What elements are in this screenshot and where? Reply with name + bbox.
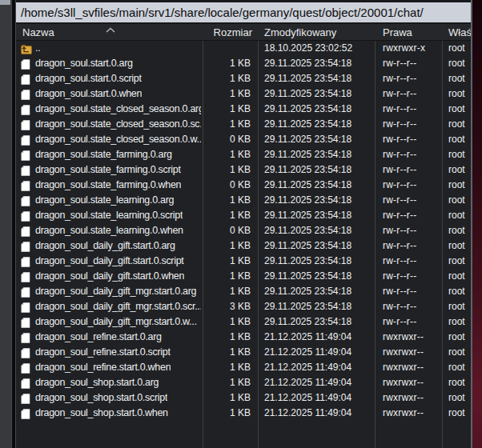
file-row[interactable]: dragon_soul.state_farming.0.when 0 KB 29… — [16, 178, 471, 193]
file-row[interactable]: dragon_soul.state_closed_season.0.w... 0… — [16, 132, 471, 147]
file-modified: 18.10.2025 23:02:52 — [264, 41, 352, 56]
file-perms: rw-r--r-- — [383, 162, 416, 178]
left-panel-toolbar-fragment — [0, 0, 10, 5]
file-icon — [21, 58, 32, 69]
file-perms: rw-r--r-- — [383, 254, 416, 269]
file-modified: 29.11.2025 23:54:18 — [264, 71, 351, 86]
file-row[interactable]: dragon_soul_daily_gift_mgr.start.0.scr..… — [16, 299, 471, 314]
file-row[interactable]: dragon_soul.start.0.script 1 KB 29.11.20… — [16, 71, 471, 86]
file-owner: root — [448, 238, 465, 254]
file-name: dragon_soul_daily_gift_mgr.start.0.w... — [35, 314, 197, 330]
file-row[interactable]: dragon_soul.state_farming.0.arg 1 KB 29.… — [16, 147, 471, 162]
file-size: 1 KB — [203, 269, 251, 284]
file-icon — [21, 104, 32, 114]
file-size: 1 KB — [203, 390, 251, 406]
file-modified: 21.12.2025 11:49:04 — [264, 330, 351, 345]
file-row[interactable]: dragon_soul_shop.start.0.script 1 KB 21.… — [16, 390, 471, 406]
file-modified: 29.11.2025 23:54:18 — [264, 178, 351, 193]
file-perms: rwxrwxr-- — [383, 360, 424, 375]
file-row[interactable]: dragon_soul.state_closed_season.0.sc... … — [16, 117, 471, 132]
file-icon — [21, 302, 32, 312]
file-icon — [21, 150, 32, 160]
up-folder-icon — [21, 43, 32, 54]
file-name: dragon_soul.state_closed_season.0.w... — [35, 132, 201, 147]
file-modified: 29.11.2025 23:54:18 — [264, 147, 351, 162]
file-modified: 21.12.2025 11:49:04 — [264, 345, 351, 360]
file-size: 1 KB — [203, 375, 251, 390]
file-row[interactable]: dragon_soul_daily_gift.start.0.arg 1 KB … — [16, 238, 471, 254]
file-size: 1 KB — [203, 406, 251, 421]
file-size: 1 KB — [203, 102, 251, 117]
file-row[interactable]: dragon_soul_daily_gift_mgr.start.0.arg 1… — [16, 284, 471, 299]
file-name: dragon_soul_daily_gift.start.0.arg — [35, 238, 175, 254]
file-modified: 21.12.2025 11:49:04 — [264, 390, 351, 406]
file-size: 3 KB — [203, 299, 251, 314]
file-size: 1 KB — [203, 330, 251, 345]
file-name: dragon_soul_refine.start.0.when — [35, 360, 171, 375]
file-name: dragon_soul.start.0.arg — [35, 56, 133, 71]
file-icon — [21, 393, 32, 403]
file-icon — [21, 134, 32, 145]
file-name: dragon_soul_daily_gift_mgr.start.0.arg — [35, 284, 196, 299]
file-perms: rwxrwxr-- — [383, 406, 424, 421]
file-name: .. — [35, 41, 40, 56]
file-owner: root — [448, 223, 465, 238]
file-owner: root — [448, 208, 465, 223]
file-icon — [21, 165, 32, 175]
file-modified: 29.11.2025 23:54:18 — [264, 132, 351, 147]
file-modified: 21.12.2025 11:49:04 — [264, 360, 351, 375]
file-row[interactable]: dragon_soul_daily_gift_mgr.start.0.w... … — [16, 314, 471, 330]
file-size: 1 KB — [203, 147, 251, 162]
file-owner: root — [448, 254, 465, 269]
file-icon — [21, 89, 32, 99]
column-header-owner[interactable]: Właściciel — [448, 24, 471, 40]
file-name: dragon_soul.state_learning.0.when — [35, 223, 183, 238]
file-row[interactable]: .. 18.10.2025 23:02:52 rwxrwxr-x root — [16, 41, 471, 56]
file-row[interactable]: dragon_soul_shop.start.0.when 1 KB 21.12… — [16, 406, 471, 421]
file-owner: root — [448, 269, 465, 284]
file-perms: rwxrwxr-- — [383, 330, 424, 345]
file-modified: 29.11.2025 23:54:18 — [264, 102, 351, 117]
file-size: 1 KB — [203, 56, 251, 71]
file-owner: root — [448, 330, 465, 345]
file-owner: root — [448, 193, 465, 208]
file-row[interactable]: dragon_soul.start.0.arg 1 KB 29.11.2025 … — [16, 56, 471, 71]
file-row[interactable]: dragon_soul.state_learning.0.script 1 KB… — [16, 208, 471, 223]
file-row[interactable]: dragon_soul_daily_gift.start.0.when 1 KB… — [16, 269, 471, 284]
file-perms: rw-r--r-- — [383, 178, 416, 193]
file-owner: root — [448, 375, 465, 390]
file-size: 1 KB — [203, 314, 251, 330]
file-row[interactable]: dragon_soul_shop.start.0.arg 1 KB 21.12.… — [16, 375, 471, 390]
file-owner: root — [448, 360, 465, 375]
file-perms: rw-r--r-- — [383, 223, 416, 238]
current-path: /home/s3ll_svfiles/main/srv1/share/local… — [21, 6, 424, 19]
file-owner: root — [448, 390, 465, 406]
file-row[interactable]: dragon_soul.state_farming.0.script 1 KB … — [16, 162, 471, 178]
file-icon — [21, 347, 32, 358]
file-row[interactable]: dragon_soul_daily_gift.start.0.script 1 … — [16, 254, 471, 269]
column-header-name[interactable]: Nazwa — [22, 24, 54, 40]
path-bar[interactable]: /home/s3ll_svfiles/main/srv1/share/local… — [16, 2, 471, 22]
file-icon — [21, 362, 32, 373]
file-modified: 29.11.2025 23:54:18 — [264, 223, 351, 238]
file-perms: rw-r--r-- — [383, 208, 416, 223]
file-name: dragon_soul.state_learning.0.script — [35, 208, 183, 223]
file-size: 0 KB — [203, 223, 251, 238]
file-owner: root — [448, 102, 465, 117]
file-row[interactable]: dragon_soul_refine.start.0.when 1 KB 21.… — [16, 360, 471, 375]
file-perms: rw-r--r-- — [383, 314, 416, 330]
file-modified: 21.12.2025 11:49:04 — [264, 406, 351, 421]
file-row[interactable]: dragon_soul.state_closed_season.0.arg 1 … — [16, 102, 471, 117]
column-header-perms[interactable]: Prawa — [383, 24, 412, 40]
file-row[interactable]: dragon_soul_refine.start.0.arg 1 KB 21.1… — [16, 330, 471, 345]
file-modified: 29.11.2025 23:54:18 — [264, 299, 351, 314]
column-header-size[interactable]: Rozmiar — [203, 24, 252, 40]
file-row[interactable]: dragon_soul.state_learning.0.arg 1 KB 29… — [16, 193, 471, 208]
file-owner: root — [448, 314, 465, 330]
file-row[interactable]: dragon_soul.state_learning.0.when 0 KB 2… — [16, 223, 471, 238]
column-header-modified[interactable]: Zmodyfikowany — [264, 24, 336, 40]
file-perms: rw-r--r-- — [383, 299, 416, 314]
file-row[interactable]: dragon_soul.start.0.when 1 KB 29.11.2025… — [16, 86, 471, 102]
file-icon — [21, 180, 32, 190]
file-row[interactable]: dragon_soul_refine.start.0.script 1 KB 2… — [16, 345, 471, 360]
